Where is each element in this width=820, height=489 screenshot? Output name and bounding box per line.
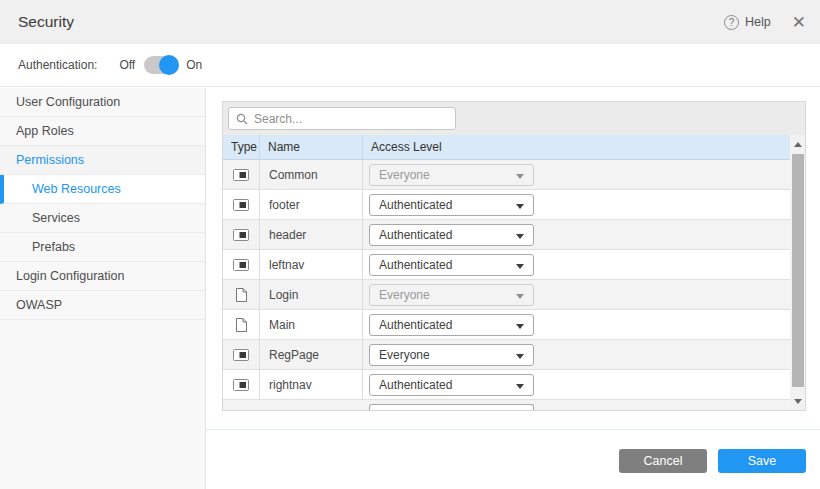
partial-icon: [233, 199, 249, 211]
type-cell: [223, 340, 260, 369]
name-cell: Main: [260, 310, 363, 339]
column-header-name: Name: [260, 135, 363, 159]
sidebar-item-label: Login Configuration: [16, 269, 124, 283]
authentication-bar: Authentication: Off On: [0, 44, 820, 87]
access-level-value: Authenticated: [379, 318, 452, 332]
close-icon[interactable]: ✕: [792, 14, 806, 31]
column-header-type: Type: [223, 135, 260, 159]
name-cell: header: [260, 220, 363, 249]
sidebar-item-app-roles[interactable]: App Roles: [0, 117, 205, 146]
dropdown-caret-icon: [516, 294, 524, 299]
dropdown-caret-icon: [516, 174, 524, 179]
resource-name: footer: [269, 198, 300, 212]
dropdown-caret-icon: [516, 324, 524, 329]
access-cell: Everyone: [363, 280, 790, 309]
access-level-dropdown[interactable]: Authenticated: [369, 374, 534, 396]
cancel-button[interactable]: Cancel: [619, 449, 707, 473]
type-cell: [223, 280, 260, 309]
help-button[interactable]: ? Help: [724, 15, 771, 30]
table-row: leftnav Authenticated: [223, 250, 790, 280]
table-body: Common Everyone footer: [223, 160, 790, 410]
dropdown-caret-icon: [516, 234, 524, 239]
column-header-access-level: Access Level: [363, 135, 790, 159]
sidebar-item-label: Prefabs: [32, 240, 75, 254]
scroll-down-icon[interactable]: [790, 394, 805, 408]
search-input[interactable]: [254, 112, 455, 126]
type-cell: [223, 220, 260, 249]
type-cell: [223, 310, 260, 339]
dropdown-caret-icon: [516, 384, 524, 389]
access-cell: Authenticated: [363, 310, 790, 339]
partial-icon: [233, 229, 249, 241]
sidebar-item-web-resources[interactable]: Web Resources: [0, 175, 205, 204]
access-level-value: Authenticated: [379, 228, 452, 242]
sidebar: User Configuration App Roles Permissions…: [0, 88, 206, 489]
footer-divider: [206, 429, 820, 430]
access-cell: Authenticated: [363, 250, 790, 279]
access-level-value: Authenticated: [379, 198, 452, 212]
access-level-dropdown[interactable]: Authenticated: [369, 254, 534, 276]
content-panel: Type Name Access Level Common: [206, 88, 820, 489]
toggle-on-label: On: [186, 58, 202, 72]
access-level-dropdown[interactable]: Authenticated: [369, 224, 534, 246]
name-cell: Common: [260, 160, 363, 189]
resource-name: Common: [269, 168, 318, 182]
access-level-dropdown: Everyone: [369, 284, 534, 306]
access-cell: Everyone: [363, 340, 790, 369]
search-icon: [236, 113, 248, 125]
sidebar-item-permissions[interactable]: Permissions: [0, 146, 205, 175]
table-toolbar: [223, 102, 805, 135]
vertical-scrollbar[interactable]: [790, 135, 805, 410]
sidebar-item-label: Web Resources: [32, 182, 121, 196]
name-cell: Login: [260, 280, 363, 309]
sidebar-item-services[interactable]: Services: [0, 204, 205, 233]
access-level-dropdown: Everyone: [369, 164, 534, 186]
sidebar-item-owasp[interactable]: OWASP: [0, 291, 205, 320]
access-level-dropdown[interactable]: Everyone: [369, 344, 534, 366]
type-cell: [223, 160, 260, 189]
dropdown-caret-icon: [516, 264, 524, 269]
scroll-up-icon[interactable]: [790, 137, 805, 151]
page-icon: [235, 288, 247, 302]
access-level-value: Everyone: [379, 288, 430, 302]
sidebar-item-prefabs[interactable]: Prefabs: [0, 233, 205, 262]
resource-name: Main: [269, 318, 295, 332]
table-row-clipped: [223, 400, 790, 410]
table-row: RegPage Everyone: [223, 340, 790, 370]
access-level-dropdown[interactable]: Authenticated: [369, 314, 534, 336]
access-level-value: Everyone: [379, 348, 430, 362]
toggle-knob: [159, 55, 179, 75]
question-circle-icon: ?: [724, 15, 739, 30]
table-row: rightnav Authenticated: [223, 370, 790, 400]
partial-icon: [233, 169, 249, 181]
table-header-row: Type Name Access Level: [223, 135, 790, 160]
authentication-toggle[interactable]: [144, 56, 177, 74]
search-box[interactable]: [228, 107, 456, 130]
access-cell: Authenticated: [363, 370, 790, 399]
access-cell: Authenticated: [363, 220, 790, 249]
access-level-value: Everyone: [379, 168, 430, 182]
name-cell: footer: [260, 190, 363, 219]
sidebar-item-label: Services: [32, 211, 80, 225]
table-row: Login Everyone: [223, 280, 790, 310]
resource-name: header: [269, 228, 306, 242]
partial-icon: [233, 379, 249, 391]
sidebar-item-user-configuration[interactable]: User Configuration: [0, 88, 205, 117]
help-label: Help: [745, 15, 771, 29]
resource-name: rightnav: [269, 378, 312, 392]
name-cell: rightnav: [260, 370, 363, 399]
toggle-off-label: Off: [119, 58, 135, 72]
table-grid: Type Name Access Level Common: [223, 135, 805, 410]
dropdown-caret-icon: [516, 204, 524, 209]
scrollbar-thumb[interactable]: [792, 154, 804, 387]
resource-name: RegPage: [269, 348, 319, 362]
clipped-dropdown: [369, 404, 534, 410]
page-title: Security: [18, 13, 74, 31]
type-cell: [223, 250, 260, 279]
sidebar-item-login-configuration[interactable]: Login Configuration: [0, 262, 205, 291]
type-cell: [223, 370, 260, 399]
save-button[interactable]: Save: [718, 449, 806, 473]
authentication-label: Authentication:: [18, 58, 97, 72]
table-row: header Authenticated: [223, 220, 790, 250]
access-level-dropdown[interactable]: Authenticated: [369, 194, 534, 216]
